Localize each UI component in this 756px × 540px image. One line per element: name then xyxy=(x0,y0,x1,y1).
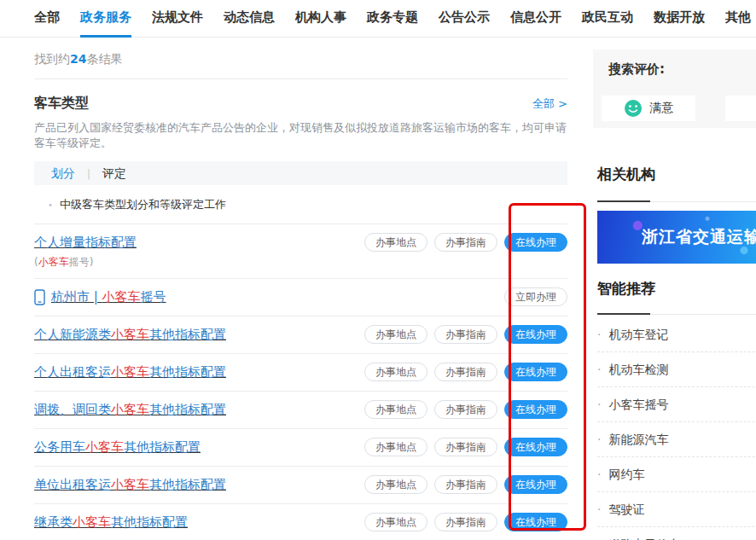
category-bullet-item[interactable]: •中级客车类型划分和等级评定工作 xyxy=(48,197,567,212)
result-title-line: 公务用车小客车其他指标配置 xyxy=(34,438,201,457)
related-orgs-underline xyxy=(597,201,756,202)
service-guide-button[interactable]: 办事指南 xyxy=(434,475,497,494)
top-nav: 全部政务服务法规文件动态信息机构人事政务专题公告公示信息公开政民互动数据开放其他 xyxy=(0,0,756,38)
recommend-item-label: 驾驶证 xyxy=(608,502,644,516)
top-nav-tab[interactable]: 全部 xyxy=(34,0,60,35)
office-location-button[interactable]: 办事地点 xyxy=(364,475,427,494)
online-process-button[interactable]: 在线办理 xyxy=(504,513,567,531)
title-text-part: 小客车 xyxy=(111,402,149,417)
top-nav-tab[interactable]: 信息公开 xyxy=(510,0,561,35)
result-title-link[interactable]: 调拨、调回类小客车其他指标配置 xyxy=(34,400,226,420)
satisfied-button[interactable]: 满意 xyxy=(602,96,695,121)
title-text-part: 其他指标配置 xyxy=(149,402,226,417)
office-location-button[interactable]: 办事地点 xyxy=(364,325,427,344)
online-process-button[interactable]: 在线办理 xyxy=(504,400,567,419)
recommend-item[interactable]: ·网约车 xyxy=(597,457,756,492)
title-text-part: 小客车 xyxy=(111,327,149,342)
recommend-item-label: 机动车检测 xyxy=(608,363,668,376)
top-nav-tab[interactable]: 政务专题 xyxy=(367,0,418,35)
result-row-main: 单位出租客运小客车其他指标配置 xyxy=(34,475,226,495)
result-actions: 办事地点办事指南在线办理 xyxy=(358,400,567,419)
recommend-item[interactable]: ·机动车登记 xyxy=(597,317,756,352)
subtitle-text-part: 小客车 xyxy=(38,256,69,268)
bullet-icon: · xyxy=(597,328,601,341)
office-location-button[interactable]: 办事地点 xyxy=(364,233,427,252)
service-guide-button[interactable]: 办事指南 xyxy=(434,438,497,456)
top-nav-tab[interactable]: 政务服务 xyxy=(80,0,131,38)
title-text-part: 小客车 xyxy=(111,477,149,492)
handle-now-button[interactable]: 立即办理 xyxy=(504,287,567,306)
result-title-link[interactable]: 杭州市 | 小客车摇号 xyxy=(51,287,166,307)
result-row-main: 个人新能源类小客车其他指标配置 xyxy=(34,325,226,345)
category-more-link[interactable]: 全部 > xyxy=(532,96,567,112)
recommend-item[interactable]: ·驾驶证 xyxy=(597,492,756,527)
result-title-link[interactable]: 个人增量指标配置 xyxy=(34,233,137,253)
service-guide-button[interactable]: 办事指南 xyxy=(434,233,497,252)
service-guide-button[interactable]: 办事指南 xyxy=(434,363,497,381)
category-tabs: 划分|评定 xyxy=(34,161,567,185)
result-actions: 办事地点办事指南在线办理 xyxy=(358,513,567,531)
phone-icon xyxy=(34,289,45,305)
title-text-part: 杭州市 | xyxy=(51,289,102,305)
recommend-item[interactable]: ·机动车检测 xyxy=(597,352,756,387)
top-nav-tab[interactable]: 动态信息 xyxy=(224,0,275,35)
result-title-link[interactable]: 继承类小客车其他指标配置 xyxy=(34,513,188,532)
result-title-link[interactable]: 个人新能源类小客车其他指标配置 xyxy=(34,325,226,345)
result-count-suffix: 条结果 xyxy=(86,52,122,66)
title-text-part: 单位出租客运 xyxy=(34,477,111,492)
result-count-number: 24 xyxy=(70,52,86,66)
result-title-line: 单位出租客运小客车其他指标配置 xyxy=(34,475,226,495)
satisfied-label: 满意 xyxy=(649,101,673,116)
top-nav-tab[interactable]: 数据开放 xyxy=(654,0,705,35)
result-title-link[interactable]: 个人出租客运小客车其他指标配置 xyxy=(34,363,226,382)
office-location-button[interactable]: 办事地点 xyxy=(364,400,427,419)
result-title-line: 杭州市 | 小客车摇号 xyxy=(34,287,166,307)
category-section: 客车类型 全部 > 产品已列入国家经贸委核准的汽车产品公告的企业，对现销售及似拟… xyxy=(34,95,567,224)
top-nav-tab[interactable]: 公告公示 xyxy=(439,0,490,35)
recommend-item-label: 机动车登记 xyxy=(608,328,668,341)
result-title-link[interactable]: 公务用车小客车其他指标配置 xyxy=(34,438,201,457)
top-nav-tab[interactable]: 机构人事 xyxy=(295,0,346,35)
search-rating-label: 搜索评价: xyxy=(608,61,665,78)
result-list: 个人增量指标配置(小客车摇号)办事地点办事指南在线办理杭州市 | 小客车摇号立即… xyxy=(34,224,567,540)
category-description: 产品已列入国家经贸委核准的汽车产品公告的企业，对现销售及似拟投放道路旅客运输市场… xyxy=(34,120,567,151)
result-title-line: 调拨、调回类小客车其他指标配置 xyxy=(34,400,226,420)
title-text-part: 其他指标配置 xyxy=(149,327,226,342)
online-process-button[interactable]: 在线办理 xyxy=(504,233,567,252)
online-process-button[interactable]: 在线办理 xyxy=(504,475,567,494)
title-text-part: 个人增量指标配置 xyxy=(34,235,137,250)
result-title-line: 个人出租客运小客车其他指标配置 xyxy=(34,363,226,382)
online-process-button[interactable]: 在线办理 xyxy=(504,363,567,381)
bullet-icon: · xyxy=(597,433,601,446)
title-text-part: 其他指标配置 xyxy=(149,477,226,492)
service-guide-button[interactable]: 办事指南 xyxy=(434,513,497,531)
title-text-part: 个人出租客运 xyxy=(34,364,111,380)
top-nav-tab[interactable]: 政民互动 xyxy=(582,0,633,35)
recommend-item[interactable]: ·新能源汽车 xyxy=(597,422,756,457)
online-process-button[interactable]: 在线办理 xyxy=(504,325,567,344)
result-title-line: 个人增量指标配置 xyxy=(34,233,137,253)
top-nav-tab[interactable]: 法规文件 xyxy=(152,0,203,35)
result-row-main: 个人增量指标配置(小客车摇号) xyxy=(34,233,137,270)
recommend-item[interactable]: ·小客车摇号 xyxy=(597,387,756,422)
top-nav-tab[interactable]: 其他 xyxy=(725,0,751,35)
org-banner[interactable]: 浙江省交通运输 xyxy=(597,211,756,264)
smart-recommend-underline xyxy=(597,314,756,315)
office-location-button[interactable]: 办事地点 xyxy=(364,513,427,531)
title-text-part: 其他指标配置 xyxy=(111,514,188,530)
category-tab[interactable]: 评定 xyxy=(102,166,126,180)
office-location-button[interactable]: 办事地点 xyxy=(364,363,427,381)
service-guide-button[interactable]: 办事指南 xyxy=(434,400,497,419)
recommend-item-label: 新能源汽车 xyxy=(608,433,668,446)
service-guide-button[interactable]: 办事指南 xyxy=(434,325,497,344)
result-title-line: 个人新能源类小客车其他指标配置 xyxy=(34,325,226,345)
result-row: 继承类小客车其他指标配置办事地点办事指南在线办理 xyxy=(34,504,567,540)
bullet-icon: · xyxy=(597,398,601,411)
recommend-item[interactable]: ·道路电子停车 xyxy=(597,527,756,540)
office-location-button[interactable]: 办事地点 xyxy=(364,438,427,456)
category-tab[interactable]: 划分 xyxy=(51,166,75,180)
result-title-link[interactable]: 单位出租客运小客车其他指标配置 xyxy=(34,475,226,495)
online-process-button[interactable]: 在线办理 xyxy=(504,438,567,456)
smart-recommend-title: 智能推荐 xyxy=(597,279,655,299)
unsatisfied-button[interactable] xyxy=(725,96,756,121)
